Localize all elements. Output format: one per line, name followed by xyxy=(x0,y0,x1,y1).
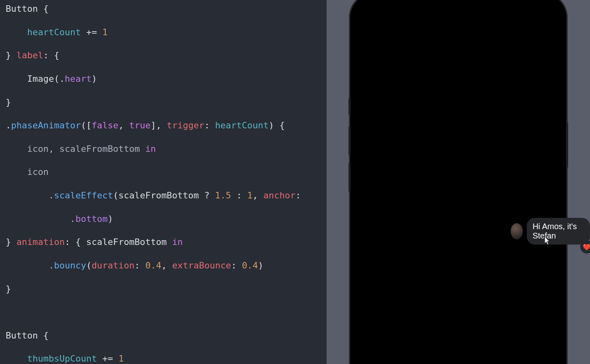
simulator-pane: Hi Amos, it's Stefan ❤️ xyxy=(327,0,590,364)
code-line[interactable]: } animation: { scaleFromBottom in xyxy=(6,236,321,248)
iphone-simulator[interactable] xyxy=(349,0,568,364)
volume-up-button xyxy=(348,126,351,155)
code-line[interactable]: .phaseAnimator([false, true], trigger: h… xyxy=(6,120,321,132)
heart-reaction[interactable]: ❤️ xyxy=(580,241,590,253)
code-editor[interactable]: Button { heartCount += 1 } label: { Imag… xyxy=(0,0,327,364)
message-bubble[interactable]: Hi Amos, it's Stefan ❤️ xyxy=(527,218,590,245)
code-line[interactable] xyxy=(6,307,321,318)
code-line[interactable]: Button { xyxy=(6,330,321,342)
code-line[interactable]: thumbsUpCount += 1 xyxy=(6,353,321,364)
code-line[interactable]: } xyxy=(6,283,321,295)
code-line[interactable]: icon, scaleFromBottom in xyxy=(6,143,321,155)
power-button xyxy=(566,122,568,168)
silence-switch xyxy=(348,98,351,115)
code-line[interactable]: Button { xyxy=(6,3,321,15)
message-text: Hi Amos, it's Stefan xyxy=(532,222,577,240)
code-line[interactable]: heartCount += 1 xyxy=(6,27,321,38)
code-line[interactable]: icon xyxy=(6,166,321,178)
code-line[interactable]: } xyxy=(6,97,321,109)
code-line[interactable]: Image(.heart) xyxy=(6,73,321,85)
volume-down-button xyxy=(348,163,351,192)
heart-icon: ❤️ xyxy=(583,243,590,251)
avatar[interactable] xyxy=(511,223,523,239)
code-line[interactable]: .bouncy(duration: 0.4, extraBounce: 0.4) xyxy=(6,260,321,272)
code-line[interactable]: .scaleEffect(scaleFromBottom ? 1.5 : 1, … xyxy=(6,190,321,202)
code-line[interactable]: .bottom) xyxy=(6,213,321,225)
message-row: Hi Amos, it's Stefan ❤️ xyxy=(511,218,590,245)
code-line[interactable]: } label: { xyxy=(6,50,321,62)
